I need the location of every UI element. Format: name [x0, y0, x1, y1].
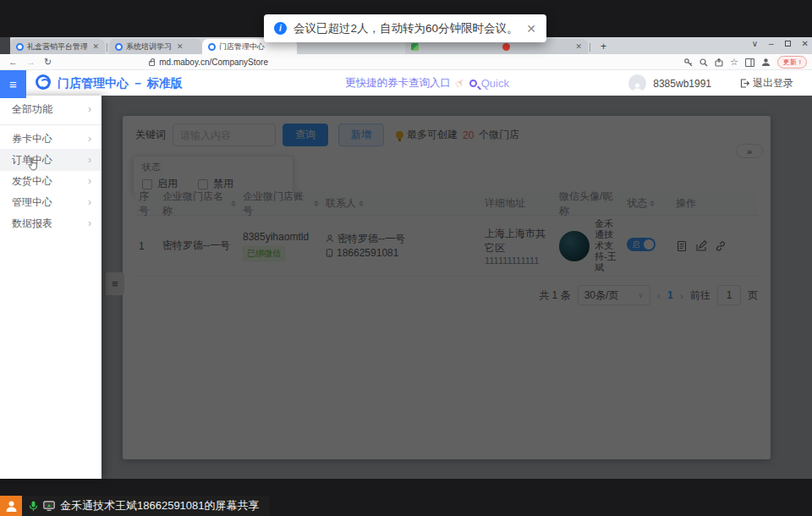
sidebar-item-order-center[interactable]: 订单中心 › — [0, 149, 102, 171]
sidebar-item-label: 数据报表 — [12, 217, 52, 231]
shared-screen: 礼盒营销平台管理中心 ✕ 系统培训学习 ✕ 门店管理中心 ✕ + — [0, 37, 812, 478]
reload-icon[interactable]: ↻ — [44, 57, 52, 68]
lock-icon — [149, 61, 155, 66]
sidebar-item-label: 管理中心 — [12, 195, 52, 210]
sidebar-item-shipping-center[interactable]: 发货中心 › — [0, 170, 102, 192]
app-title: 门店管理中心 － 标准版 — [58, 76, 183, 91]
tab-search-icon[interactable]: ∨ — [752, 39, 758, 48]
quick-search-icon[interactable] — [469, 80, 477, 87]
mouse-cursor — [28, 157, 39, 171]
sidebar-item-label: 发货中心 — [12, 174, 52, 189]
screen-share-bar: 金禾通技术王斌18662591081的屏幕共享 — [0, 496, 270, 516]
username: 8385wb1991 — [653, 78, 711, 90]
logout-label: 退出登录 — [753, 76, 793, 91]
browser-tab-1[interactable]: 礼盒营销平台管理中心 ✕ — [10, 39, 105, 54]
tab-title: 系统培训学习 — [126, 41, 172, 52]
tab-separator — [107, 43, 107, 52]
info-icon: i — [274, 22, 287, 35]
browser-tab-2[interactable]: 系统培训学习 ✕ — [109, 39, 202, 54]
sidebar-item-label: 券卡中心 — [12, 132, 52, 146]
window-controls: ∨ – ✕ — [752, 39, 809, 48]
sharer-avatar — [0, 496, 22, 516]
chevron-right-icon: › — [88, 133, 91, 145]
address-bar[interactable]: md.maboy.cn/CompanyStore — [159, 58, 268, 67]
quick-label[interactable]: Quick — [481, 77, 509, 90]
app-body: 关键词 查询 新增 最多可创建 20 个微门店 状态 — [0, 96, 812, 479]
logout-icon — [740, 79, 749, 88]
toast-message: 会议已超过2人，自动转为60分钟限时会议。 — [294, 21, 518, 36]
chevron-right-icon: › — [88, 103, 91, 115]
divider — [0, 124, 102, 125]
zoom-icon[interactable] — [700, 58, 708, 67]
window-frame-edge — [0, 37, 10, 54]
site-favicon — [411, 43, 419, 51]
chevron-right-icon: › — [88, 175, 91, 187]
tab-close-icon[interactable]: ✕ — [92, 42, 99, 51]
toast-close-icon[interactable]: ✕ — [526, 22, 536, 36]
site-favicon — [115, 43, 123, 51]
microphone-icon — [29, 501, 38, 512]
user-avatar[interactable] — [628, 74, 646, 92]
back-icon[interactable]: ← — [8, 57, 18, 67]
profile-icon[interactable] — [761, 58, 771, 67]
share-icon[interactable] — [715, 58, 723, 67]
site-favicon — [16, 43, 24, 51]
share-status-pill: 金禾通技术王斌18662591081的屏幕共享 — [22, 496, 270, 516]
tab-separator — [590, 43, 590, 52]
tab-close-icon[interactable]: ✕ — [575, 42, 582, 51]
sidebar-drawer: 全部功能 › 券卡中心 › 订单中心 › 发货中心 › 管理中心 — [0, 96, 102, 479]
forward-icon[interactable]: → — [26, 57, 36, 67]
browser-toolbar: ← → ↻ md.maboy.cn/CompanyStore ☆ 更新 ! — [0, 54, 812, 70]
tab-title: 礼盒营销平台管理中心 — [27, 41, 87, 52]
close-window-button[interactable]: ✕ — [802, 39, 809, 48]
menu-toggle-button[interactable]: ≡ — [0, 70, 26, 98]
meeting-toast: i 会议已超过2人，自动转为60分钟限时会议。 ✕ — [264, 14, 546, 42]
maximize-button[interactable] — [785, 41, 791, 47]
update-excl-icon: ! — [799, 58, 801, 66]
main-region: 关键词 查询 新增 最多可创建 20 个微门店 状态 — [102, 96, 812, 479]
logout-button[interactable]: 退出登录 — [740, 76, 793, 91]
meeting-window: 礼盒营销平台管理中心 ✕ 系统培训学习 ✕ 门店管理中心 ✕ + — [0, 0, 812, 516]
bookmark-star-icon[interactable]: ☆ — [730, 57, 738, 68]
new-tab-button[interactable]: + — [601, 41, 606, 52]
update-label: 更新 — [783, 58, 797, 67]
browser-update-button[interactable]: 更新 ! — [777, 56, 807, 69]
sidebar-item-coupon-center[interactable]: 券卡中心 › — [0, 128, 102, 150]
key-icon[interactable] — [684, 58, 693, 67]
share-text: 金禾通技术王斌18662591081的屏幕共享 — [60, 498, 260, 513]
tab-close-icon[interactable]: ✕ — [177, 42, 184, 51]
chevron-right-icon: › — [88, 154, 91, 166]
sidebar-item-data-reports[interactable]: 数据报表 › — [0, 212, 102, 234]
coupon-entry-link[interactable]: 更快捷的券卡查询入口 — [345, 76, 451, 91]
screen-share-icon — [43, 501, 55, 511]
tab-title: 门店管理中心 — [219, 41, 265, 52]
hamburger-icon: ≡ — [9, 77, 17, 91]
chevron-right-icon: › — [88, 217, 91, 229]
sidebar-item-label: 全部功能 — [12, 102, 52, 117]
app-logo — [36, 74, 51, 90]
person-icon — [5, 500, 18, 512]
chevron-right-icon: › — [88, 196, 91, 208]
sidebar-item-all-functions[interactable]: 全部功能 › — [0, 98, 102, 120]
sidebar-item-management-center[interactable]: 管理中心 › — [0, 191, 102, 213]
site-favicon — [208, 43, 216, 51]
side-panel-icon[interactable] — [745, 58, 754, 67]
drawer-overlay-mask[interactable] — [102, 96, 812, 479]
site-favicon — [502, 43, 510, 51]
pointing-finger-icon: ☞ — [453, 75, 467, 91]
minimize-button[interactable]: – — [769, 39, 774, 48]
app-header: ≡ 门店管理中心 － 标准版 更快捷的券卡查询入口 ☞ Quick 8385wb… — [0, 70, 812, 96]
